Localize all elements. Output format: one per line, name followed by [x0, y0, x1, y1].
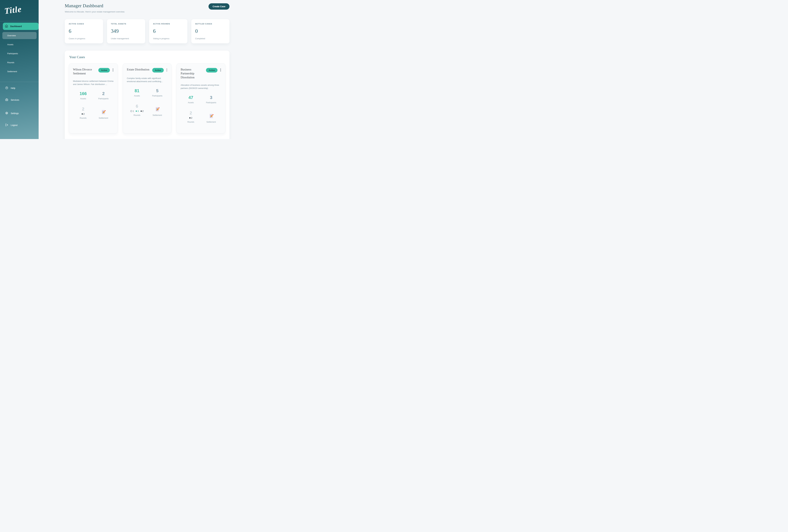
main-content: Manager Dashboard Welcome to Allocate. H… — [39, 0, 247, 139]
sidebar-item-label: Help — [11, 87, 15, 90]
your-cases-panel: Your Cases Wilson Divorce Settlement Act… — [65, 51, 230, 139]
stat-card-total-assets: TOTAL ASSETS 349 Under management — [107, 19, 145, 43]
round-dot-count: 2 — [142, 110, 143, 112]
sidebar-item-logout[interactable]: Logout — [5, 123, 39, 127]
sidebar-item-participants[interactable]: Participants — [2, 50, 37, 57]
rounds-breakdown: 1 3 2 — [130, 110, 143, 112]
stat-label: ACTIVE CASES — [69, 23, 99, 25]
sidebar-item-label: Logout — [11, 124, 18, 126]
briefcase-icon — [5, 98, 8, 102]
sidebar-item-label: Participants — [7, 52, 18, 55]
case-cards-row: Wilson Divorce Settlement Active Mediate… — [69, 63, 225, 133]
participants-label: Participants — [201, 101, 221, 104]
sidebar-item-label: Dashboard — [10, 25, 22, 27]
section-title: Your Cases — [69, 55, 225, 59]
stat-card-active-rounds: ACTIVE ROUNDS 6 Voting in progress — [149, 19, 188, 43]
case-title: Business Partnership Dissolution — [181, 67, 204, 79]
memo-icon — [155, 107, 160, 112]
stat-value: 6 — [69, 28, 99, 34]
kebab-menu-icon[interactable] — [220, 68, 221, 72]
sidebar-bottom-nav: Help Services Settings Logout — [0, 82, 39, 127]
rounds-stat: 2 2 Rounds — [73, 107, 93, 119]
rounds-stat: 6 1 3 2 Rounds — [127, 104, 147, 116]
participants-label: Participants — [147, 95, 168, 97]
round-ring — [130, 110, 132, 112]
stat-sub: Voting in progress — [153, 37, 183, 40]
stat-label: ACTIVE ROUNDS — [153, 23, 183, 25]
participants-count: 2 — [93, 92, 114, 96]
logout-icon — [5, 123, 8, 127]
round-dot-count: 2 — [83, 113, 85, 115]
stat-value: 349 — [111, 28, 141, 34]
assets-count: 81 — [127, 89, 147, 93]
assets-label: Assets — [73, 98, 93, 100]
case-title: Wilson Divorce Settlement — [73, 67, 97, 75]
memo-icon — [209, 114, 214, 119]
create-case-button[interactable]: Create Case — [209, 3, 230, 9]
sidebar-item-label: Rounds — [7, 61, 14, 64]
round-dot-count: 3 — [137, 110, 139, 112]
stat-card-settled-cases: SETTLED CASES 0 Completed — [191, 19, 230, 43]
help-icon — [5, 86, 8, 90]
sidebar-item-dashboard[interactable]: Dashboard — [3, 23, 39, 30]
rounds-label: Rounds — [134, 114, 140, 116]
sidebar-item-help[interactable]: Help — [5, 86, 39, 91]
settlement-label: Settlement — [153, 114, 162, 116]
page-header: Manager Dashboard Welcome to Allocate. H… — [65, 3, 230, 13]
memo-icon — [101, 110, 106, 115]
settlement-stat: Settlement — [93, 107, 114, 119]
sidebar-subnav: Overview Assets Participants Rounds Sett… — [0, 32, 39, 77]
assets-label: Assets — [181, 101, 201, 104]
participants-count: 3 — [201, 96, 221, 100]
round-dot-teal — [136, 111, 137, 112]
stat-label: TOTAL ASSETS — [111, 23, 141, 25]
settlement-stat: Settlement — [147, 104, 168, 116]
assets-count: 166 — [73, 92, 93, 96]
sidebar-item-rounds[interactable]: Rounds — [2, 59, 37, 66]
stat-sub: Completed — [195, 37, 226, 40]
stat-card-active-cases: ACTIVE CASES 6 Cases in progress — [65, 19, 103, 43]
status-badge: Active — [206, 68, 217, 73]
case-card-estate-distribution[interactable]: Estate Distribution Active Complex famil… — [123, 63, 172, 133]
participants-stat: 2 Participants — [93, 92, 114, 100]
rounds-breakdown: 2 — [189, 117, 192, 119]
sidebar-item-services[interactable]: Services — [5, 98, 39, 102]
rounds-label: Rounds — [188, 121, 194, 123]
app-root: Title Dashboard Overview Assets Particip… — [0, 0, 247, 139]
sidebar-item-label: Settings — [11, 112, 19, 115]
assets-label: Assets — [127, 95, 147, 97]
round-dot-dark — [82, 113, 83, 115]
kebab-menu-icon[interactable] — [112, 68, 114, 72]
case-card-business-partnership[interactable]: Business Partnership Dissolution Active … — [177, 63, 225, 133]
participants-stat: 3 Participants — [201, 96, 221, 104]
assets-stat: 81 Assets — [127, 89, 147, 97]
round-dot-count: 2 — [191, 117, 192, 119]
participants-stat: 5 Participants — [147, 89, 168, 97]
sidebar: Title Dashboard Overview Assets Particip… — [0, 0, 39, 139]
rounds-count: 2 — [190, 111, 192, 115]
home-icon — [5, 24, 8, 28]
rounds-stat: 2 2 Rounds — [181, 111, 201, 123]
participants-label: Participants — [93, 98, 114, 100]
app-logo: Title — [4, 2, 40, 23]
sidebar-item-settings[interactable]: Settings — [5, 111, 39, 116]
stats-row: ACTIVE CASES 6 Cases in progress TOTAL A… — [65, 19, 230, 43]
case-card-wilson-divorce[interactable]: Wilson Divorce Settlement Active Mediate… — [69, 63, 118, 133]
sidebar-item-overview[interactable]: Overview — [2, 32, 37, 39]
sidebar-item-label: Services — [11, 99, 19, 101]
rounds-breakdown: 2 — [82, 113, 85, 115]
case-description: Complex family estate with significant e… — [127, 77, 168, 83]
sidebar-item-settlement[interactable]: Settlement — [2, 68, 37, 75]
stat-value: 0 — [195, 28, 226, 34]
settlement-label: Settlement — [99, 117, 108, 119]
sidebar-item-label: Settlement — [7, 70, 17, 73]
sidebar-item-assets[interactable]: Assets — [2, 41, 37, 48]
case-description: Mediated divorce settlement between Emma… — [73, 80, 114, 86]
rounds-count: 2 — [82, 107, 84, 111]
assets-stat: 166 Assets — [73, 92, 93, 100]
case-description: Allocation of business assets among thre… — [181, 83, 221, 90]
stat-label: SETTLED CASES — [195, 23, 226, 25]
kebab-menu-icon[interactable] — [166, 68, 168, 72]
rounds-label: Rounds — [80, 117, 86, 119]
sidebar-item-label: Overview — [7, 34, 16, 37]
